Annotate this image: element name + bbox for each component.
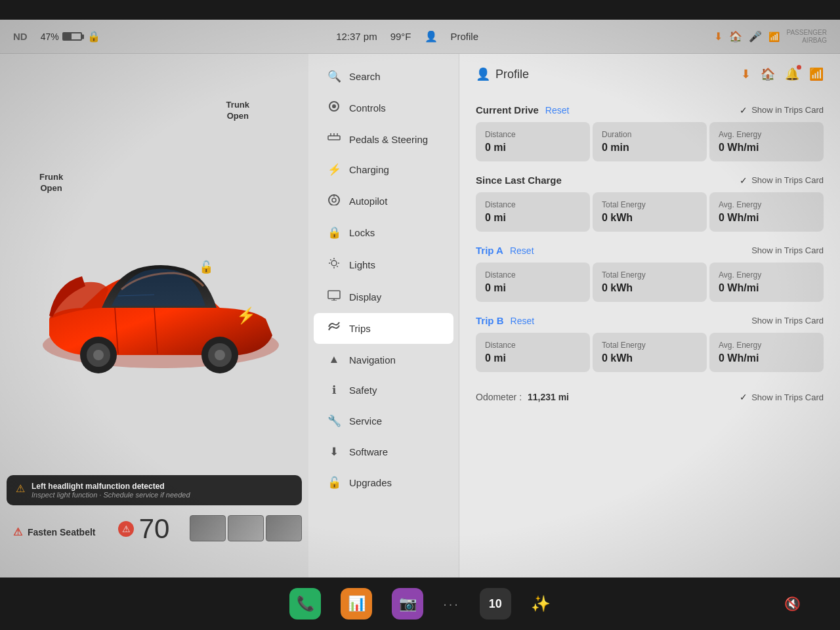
camera-thumb-3[interactable] (266, 515, 302, 541)
since-last-charge-title: Since Last Charge (476, 175, 562, 186)
camera-button[interactable]: 📷 (392, 588, 423, 620)
stars-button[interactable]: ✨ (531, 595, 551, 613)
nd-indicator: ND (13, 31, 28, 42)
car-panel: Trunk Open Frunk Open (0, 54, 308, 578)
temperature-display: 99°F (390, 31, 411, 42)
stat-value-b-avg-energy: 0 Wh/mi (719, 352, 814, 364)
stat-box-avg-energy: Avg. Energy 0 Wh/mi (709, 122, 824, 161)
menu-item-service[interactable]: 🔧 Service (314, 406, 453, 436)
autopilot-icon (327, 194, 341, 209)
menu-item-upgrades[interactable]: 🔓 Upgrades (314, 468, 453, 497)
stat-label-a-energy: Total Energy (602, 270, 698, 280)
trip-a-show-trips[interactable]: Show in Trips Card (751, 245, 824, 255)
status-left: 47% 🔒 (41, 30, 100, 43)
stat-label-b-avg-energy: Avg. Energy (719, 341, 814, 350)
menu-label-autopilot: Autopilot (349, 196, 387, 207)
frunk-label: Frunk Open (39, 172, 63, 194)
odometer-label: Odometer : 11,231 mi (476, 392, 569, 402)
home-header-icon[interactable]: 🏠 (761, 67, 775, 81)
stat-label-slc-energy: Total Energy (602, 200, 698, 209)
main-content: Trunk Open Frunk Open (0, 54, 840, 578)
svg-point-19 (331, 261, 337, 266)
profile-title: 👤 Profile (476, 67, 529, 81)
download-header-icon[interactable]: ⬇ (741, 67, 751, 81)
seatbelt-icon: ⚠ (13, 526, 22, 538)
since-last-charge-section: Since Last Charge ✓ Show in Trips Card D… (476, 175, 824, 232)
status-right: ⬇ 🏠 🎤 📶 PASSENGERAIRBAG (714, 29, 827, 45)
menu-label-trips: Trips (349, 323, 371, 334)
stat-label-b-energy: Total Energy (602, 341, 698, 350)
menu-item-trips[interactable]: Trips (314, 313, 453, 344)
menu-item-navigation[interactable]: ▲ Navigation (314, 345, 453, 374)
phone-icon: 📞 (297, 595, 314, 612)
menu-item-autopilot[interactable]: Autopilot (314, 186, 453, 217)
camera-thumb-2[interactable] (228, 515, 264, 541)
time-display: 12:37 pm (336, 31, 377, 42)
trip-b-reset[interactable]: Reset (511, 316, 535, 326)
trunk-label: Trunk Open (226, 100, 249, 122)
trip-b-show-trips[interactable]: Show in Trips Card (751, 316, 824, 326)
odometer-row: Odometer : 11,231 mi ✓ Show in Trips Car… (476, 385, 824, 409)
stat-value-slc-energy: 0 kWh (602, 212, 698, 224)
profile-label[interactable]: Profile (451, 31, 479, 42)
current-drive-reset[interactable]: Reset (545, 105, 570, 116)
profile-header: 👤 Profile ⬇ 🏠 🔔 📶 (476, 67, 824, 91)
battery-indicator: 47% (41, 32, 82, 42)
phone-button[interactable]: 📞 (289, 588, 321, 620)
bell-header-icon[interactable]: 🔔 (785, 67, 799, 81)
battery-percentage: 47% (41, 32, 59, 42)
trip-a-reset[interactable]: Reset (510, 245, 534, 256)
menu-item-safety[interactable]: ℹ Safety (314, 375, 453, 405)
menu-item-locks[interactable]: 🔒 Locks (314, 218, 453, 247)
menu-item-search[interactable]: 🔍 Search (314, 62, 453, 91)
calendar-widget[interactable]: 10 (480, 588, 511, 620)
alert-banner: ⚠ Left headlight malfunction detected In… (7, 475, 302, 505)
stat-value-b-energy: 0 kWh (602, 352, 698, 364)
pedals-icon (327, 133, 341, 146)
header-icons: ⬇ 🏠 🔔 📶 (741, 67, 824, 81)
since-last-charge-show-trips[interactable]: ✓ Show in Trips Card (740, 175, 824, 186)
svg-rect-12 (328, 136, 340, 140)
menu-item-display[interactable]: Display (314, 282, 453, 312)
current-drive-show-trips[interactable]: ✓ Show in Trips Card (740, 105, 824, 116)
status-center: 12:37 pm 99°F 👤 Profile (336, 30, 478, 43)
profile-title-text: Profile (495, 68, 529, 81)
menu-item-lights[interactable]: Lights (314, 249, 453, 281)
profile-person-icon: 👤 (476, 67, 490, 81)
trip-a-title: Trip A (476, 245, 503, 256)
trip-b-section: Trip B Reset Show in Trips Card Distance… (476, 315, 824, 372)
stat-box-a-distance: Distance 0 mi (476, 262, 590, 302)
menu-item-controls[interactable]: Controls (314, 93, 453, 123)
music-button[interactable]: 📊 (341, 588, 372, 620)
menu-item-software[interactable]: ⬇ Software (314, 437, 453, 467)
stat-value-a-distance: 0 mi (485, 282, 581, 294)
controls-icon (327, 100, 341, 116)
stat-label-a-avg-energy: Avg. Energy (719, 270, 814, 280)
car-illustration-container: ⚡ 🔓 (23, 224, 285, 408)
profile-icon: 👤 (425, 30, 438, 43)
current-drive-show-label: Show in Trips Card (751, 105, 824, 115)
menu-label-software: Software (349, 446, 388, 457)
since-last-charge-stats: Distance 0 mi Total Energy 0 kWh Avg. En… (476, 192, 824, 232)
odometer-show-trips[interactable]: ✓ Show in Trips Card (740, 392, 824, 402)
stat-value-slc-avg-energy: 0 Wh/mi (719, 212, 814, 224)
alert-icon: ⚠ (16, 482, 25, 495)
volume-button[interactable]: 🔇 (784, 596, 801, 612)
trip-a-header: Trip A Reset Show in Trips Card (476, 245, 824, 256)
alert-title: Left headlight malfunction detected (32, 482, 293, 491)
menu-item-charging[interactable]: ⚡ Charging (314, 155, 453, 184)
menu-label-safety: Safety (349, 385, 377, 396)
mic-icon: 🎤 (749, 30, 762, 43)
trip-a-show-label: Show in Trips Card (751, 245, 824, 255)
current-drive-header: Current Drive Reset ✓ Show in Trips Card (476, 104, 824, 116)
menu-item-pedals[interactable]: Pedals & Steering (314, 125, 453, 154)
stat-box-a-energy: Total Energy 0 kWh (593, 262, 707, 302)
menu-label-navigation: Navigation (349, 354, 396, 366)
dots-button[interactable]: ··· (443, 597, 460, 612)
passenger-airbag: PASSENGERAIRBAG (786, 29, 827, 45)
camera-thumb-1[interactable] (190, 515, 226, 541)
battery-fill (64, 33, 72, 39)
navigation-icon: ▲ (327, 353, 341, 366)
taskbar: 📞 📊 📷 ··· 10 ✨ 🔇 (0, 578, 840, 630)
stat-box-slc-avg-energy: Avg. Energy 0 Wh/mi (709, 192, 824, 232)
